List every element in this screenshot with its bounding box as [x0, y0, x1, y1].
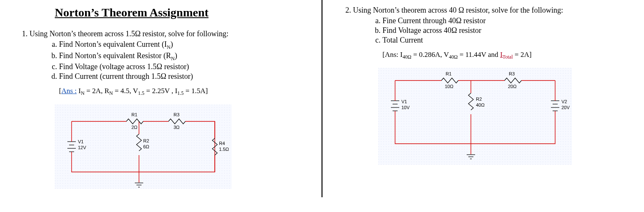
r3b-label: R3: [509, 71, 515, 76]
right-column: Using Norton’s theorem across 40 Ω resis…: [323, 0, 644, 197]
q2-circuit: V1 10V V2 20V R1 10Ω R3: [378, 68, 631, 165]
q1-prompt: Using Norton’s theorem across 1.5Ω resis…: [29, 30, 229, 38]
v1b-value: 10V: [401, 105, 410, 110]
r1-label: R1: [131, 112, 137, 117]
q2-parts: Fine Current through 40Ω resistor Find V…: [353, 16, 631, 45]
q2-answer: [Ans: I40Ω = 0.286A, V40Ω = 11.44V and I…: [382, 51, 631, 60]
q1-part-b: Find Norton’s equivalent Resistor (RN): [59, 51, 308, 62]
r2-label: R2: [143, 138, 149, 143]
v2-label: V2: [561, 99, 567, 104]
q2-part-b: Find Voltage across 40Ω resistor: [382, 26, 631, 35]
page: Norton’s Theorem Assignment Using Norton…: [0, 0, 644, 197]
v1b-label: V1: [401, 99, 407, 104]
r4-label: R4: [219, 141, 225, 146]
q1-part-c: Find Voltage (voltage across 1.5Ω resist…: [59, 62, 308, 71]
circuit-diagram-2: V1 10V V2 20V R1 10Ω R3: [378, 68, 572, 165]
question-1: Using Norton’s theorem across 1.5Ω resis…: [13, 30, 308, 81]
page-title: Norton’s Theorem Assignment: [55, 6, 308, 19]
r1b-label: R1: [446, 71, 452, 76]
q1-circuit: V1 12V R1 2Ω R3 3Ω R2 6Ω R4 1.5Ω: [55, 105, 308, 189]
r3-value: 3Ω: [174, 125, 179, 130]
r4-value: 1.5Ω: [219, 147, 229, 152]
circuit-diagram-1: V1 12V R1 2Ω R3 3Ω R2 6Ω R4 1.5Ω: [55, 105, 232, 189]
r3b-value: 20Ω: [508, 84, 516, 89]
r3-label: R3: [174, 112, 179, 117]
left-column: Norton’s Theorem Assignment Using Norton…: [0, 0, 321, 197]
q1-part-d: Find Current (current through 1.5Ω resis…: [59, 72, 308, 81]
r1b-value: 10Ω: [445, 84, 453, 89]
v2-value: 20V: [561, 105, 570, 110]
q2-part-a: Fine Current through 40Ω resistor: [382, 16, 631, 25]
q2-prompt: Using Norton’s theorem across 40 Ω resis…: [353, 6, 563, 14]
q2-part-c: Total Current: [382, 36, 631, 45]
v1-value: 12V: [78, 145, 86, 150]
r2b-value: 40Ω: [476, 102, 484, 107]
question-2: Using Norton’s theorem across 40 Ω resis…: [336, 6, 631, 45]
r2b-label: R2: [476, 97, 482, 102]
r2-value: 6Ω: [143, 144, 149, 149]
svg-rect-14: [378, 68, 572, 165]
r1-value: 2Ω: [131, 125, 137, 130]
q1-part-a: Find Norton’s equivalent Current (IN): [59, 40, 308, 51]
column-divider: [321, 0, 323, 197]
q1-parts: Find Norton’s equivalent Current (IN) Fi…: [29, 40, 308, 81]
q1-answer: [Ans : IN = 2A, RN = 4.5, V1.5 = 2.25V ,…: [59, 87, 308, 97]
v1-label: V1: [78, 139, 83, 144]
